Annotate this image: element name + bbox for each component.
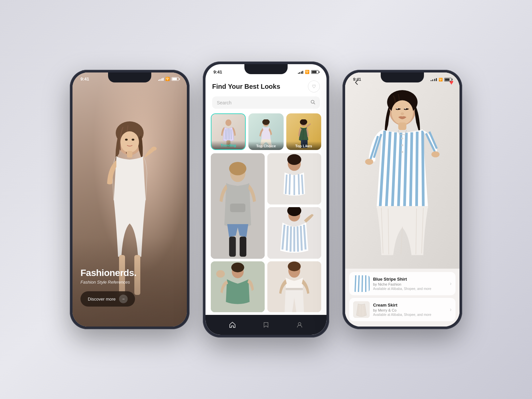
discover-arrow-icon: → <box>119 295 128 303</box>
svg-point-6 <box>151 147 157 151</box>
svg-point-4 <box>132 139 134 141</box>
product-card-shirt[interactable]: Blue Stripe Shirt by Niche Fashion Avail… <box>349 272 456 295</box>
svg-point-33 <box>287 154 301 165</box>
svg-line-47 <box>301 226 302 251</box>
svg-rect-5 <box>127 151 132 158</box>
wishlist-button[interactable]: ♡ <box>308 80 320 92</box>
bottom-nav <box>205 315 327 335</box>
category-trending-label: Trending <box>211 141 245 149</box>
svg-point-80 <box>365 159 373 165</box>
svg-line-94 <box>369 275 369 292</box>
phone-1-status-icons: 🛜 <box>158 77 179 81</box>
svg-rect-30 <box>240 236 246 256</box>
battery-icon <box>172 77 179 81</box>
svg-rect-28 <box>230 203 245 212</box>
search-bar[interactable]: Search <box>212 96 320 109</box>
svg-line-10 <box>314 103 315 104</box>
product-thumb-skirt <box>353 301 370 318</box>
svg-rect-56 <box>286 288 303 290</box>
app-tagline: Fashion Style References <box>80 280 179 285</box>
category-top-likes[interactable]: Top Likes <box>286 113 321 150</box>
phone-2-time: 9:41 <box>213 69 222 74</box>
phone-1-screen: 9:41 🛜 Fashionerds. Fas <box>72 72 187 327</box>
product-name-skirt: Cream Skirt <box>373 303 447 308</box>
product-info-shirt: Blue Stripe Shirt by Niche Fashion Avail… <box>373 277 447 291</box>
svg-line-92 <box>362 275 362 292</box>
nav-home[interactable] <box>226 319 238 331</box>
svg-point-52 <box>216 270 225 278</box>
phone-3-frame: ♥ 9:41 🛜 <box>342 70 462 329</box>
svg-line-44 <box>291 226 291 252</box>
svg-line-16 <box>228 129 228 140</box>
svg-point-76 <box>401 144 403 146</box>
svg-point-27 <box>229 162 246 175</box>
phone-3-notch <box>381 72 424 82</box>
category-top-choice-label: Top Choice <box>248 141 283 150</box>
product-card-skirt[interactable]: Cream Skirt by Merry & Co Available at A… <box>349 298 456 321</box>
detail-hero: ♥ 9:41 🛜 <box>345 72 460 269</box>
nav-bookmark[interactable] <box>260 319 272 331</box>
product-info-skirt: Cream Skirt by Merry & Co Available at A… <box>373 303 447 317</box>
detail-model-figure <box>345 72 460 269</box>
photo-cell-1[interactable] <box>211 153 265 259</box>
photo-cell-4[interactable] <box>211 261 265 312</box>
signal-icon <box>298 70 304 74</box>
svg-line-90 <box>355 275 356 292</box>
splash-content: Fashionerds. Fashion Style References Di… <box>72 268 187 307</box>
svg-rect-29 <box>229 236 236 256</box>
browse-header: Find Your Best Looks ♡ <box>205 76 327 96</box>
svg-line-73 <box>417 132 417 212</box>
nav-profile[interactable] <box>294 319 306 331</box>
phone-2-status-icons: 🛜 <box>298 70 319 74</box>
product-brand-shirt: by Niche Fashion <box>373 282 447 286</box>
svg-point-63 <box>397 108 398 109</box>
product-brand-skirt: by Merry & Co <box>373 308 447 312</box>
browse-screen: 9:41 🛜 Find Your Best Looks <box>205 64 327 335</box>
category-top-likes-label: Top Likes <box>286 141 321 150</box>
heart-icon: ♡ <box>312 84 316 89</box>
svg-line-37 <box>299 174 299 195</box>
discover-label: Discover more <box>88 297 116 302</box>
search-placeholder: Search <box>217 100 231 105</box>
svg-point-77 <box>401 151 403 153</box>
photo-cell-2[interactable] <box>267 153 321 204</box>
category-grid: Trending <box>205 113 327 150</box>
browse-title: Find Your Best Looks <box>212 83 280 90</box>
wifi-icon: 🛜 <box>305 70 310 74</box>
category-trending[interactable]: Trending <box>211 113 246 150</box>
photo-grid <box>205 153 327 315</box>
phone-1-frame: 9:41 🛜 Fashionerds. Fas <box>70 70 190 329</box>
svg-point-51 <box>231 262 244 272</box>
product-avail-shirt: Available at Alibaba, Shopee, and more <box>373 287 447 291</box>
svg-point-11 <box>225 119 231 126</box>
svg-line-18 <box>231 129 231 139</box>
svg-point-65 <box>401 112 404 115</box>
phone-2-screen: 9:41 🛜 Find Your Best Looks <box>205 64 327 335</box>
svg-line-43 <box>287 226 288 251</box>
svg-point-75 <box>401 137 403 139</box>
svg-point-83 <box>431 151 439 157</box>
photo-cell-3[interactable] <box>267 207 321 258</box>
svg-point-3 <box>125 139 128 141</box>
wifi-icon: 🛜 <box>439 78 443 81</box>
product-avail-skirt: Available at Alibaba, Shopee, and more <box>373 313 447 317</box>
product-thumb-shirt <box>353 275 370 292</box>
phone-2-frame: 9:41 🛜 Find Your Best Looks <box>203 62 329 337</box>
phone-3-screen: ♥ 9:41 🛜 <box>345 72 460 327</box>
photo-cell-5[interactable] <box>267 261 321 312</box>
svg-line-34 <box>286 175 287 194</box>
svg-point-57 <box>298 323 301 325</box>
chevron-right-icon: › <box>450 281 452 287</box>
svg-line-46 <box>298 226 298 252</box>
phone-1-notch <box>108 72 151 82</box>
svg-line-91 <box>358 275 359 292</box>
splash-screen: 9:41 🛜 Fashionerds. Fas <box>72 72 187 327</box>
signal-icon <box>158 77 164 81</box>
app-title: Fashionerds. <box>80 268 179 278</box>
category-top-choice[interactable]: Top Choice <box>248 113 283 150</box>
detail-screen: ♥ 9:41 🛜 <box>345 72 460 327</box>
wifi-icon: 🛜 <box>165 77 170 81</box>
discover-button[interactable]: Discover more → <box>80 291 135 307</box>
svg-rect-66 <box>398 123 406 130</box>
svg-line-74 <box>423 131 423 210</box>
